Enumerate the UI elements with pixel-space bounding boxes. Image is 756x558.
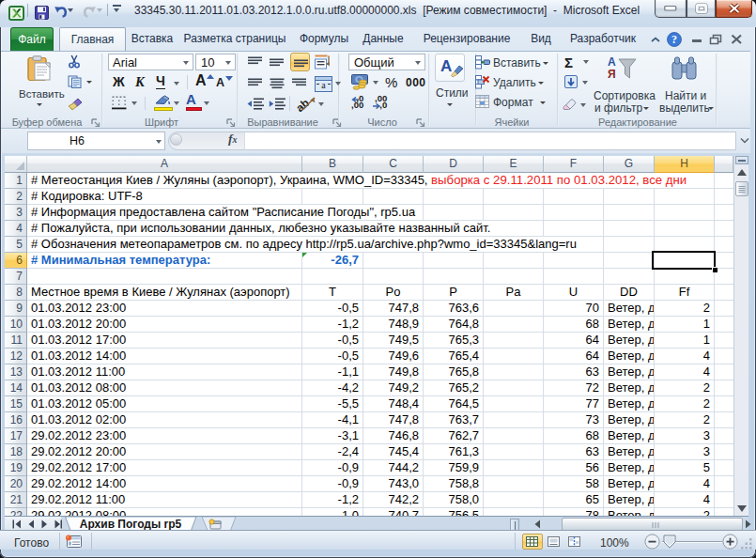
svg-text:?: ? (671, 33, 677, 46)
svg-text:a: a (321, 80, 326, 90)
svg-text:Я: Я (608, 68, 616, 81)
svg-text:ab: ab (297, 96, 312, 113)
svg-text:А: А (608, 55, 616, 69)
